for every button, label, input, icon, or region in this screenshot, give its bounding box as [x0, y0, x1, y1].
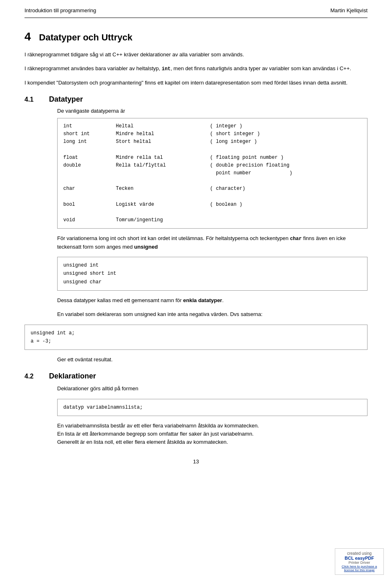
section-41-title: Datatyper	[49, 95, 83, 104]
chapter-heading: Datatyper och Uttryck	[39, 32, 133, 43]
table-cell-desc: Rella tal/flyttal	[116, 162, 210, 169]
intro2-text: I räkneprogrammet användes bara variable…	[24, 65, 351, 71]
table-cell-eng: ( floating point number )	[210, 154, 361, 162]
table-row: double Rella tal/flyttal ( double precis…	[63, 162, 361, 169]
chapter-intro3: I kompendiet "Datorsystem och programhan…	[24, 79, 368, 87]
table-row: int Heltal ( integer )	[63, 122, 361, 130]
table-row-spacer	[63, 193, 361, 201]
section41-text4: Ger ett oväntat resultat.	[57, 356, 368, 364]
section42-text3-content: En lista är ett återkommande begrepp som…	[57, 431, 254, 437]
text4-content: Ger ett oväntat resultat.	[57, 356, 113, 363]
table-row: float Mindre rella tal ( floating point …	[63, 154, 361, 162]
intro2-rest: , men det finns naturligtvis andra typer…	[171, 65, 351, 71]
table-cell-desc: Heltal	[116, 122, 210, 130]
section42-text1: Deklarationer görs alltid på formen	[57, 385, 368, 393]
enkla-bold: enkla datatyper	[183, 297, 222, 303]
section42-text4-content: Generellt är en lista noll, ett eller fl…	[57, 439, 228, 445]
table-cell-type: int	[63, 122, 116, 130]
table-row: void Tomrum/ingenting	[63, 216, 361, 224]
section41-text1: För variationerna long int och short int…	[57, 234, 368, 251]
section-42-header: 4.2 Deklarationer	[24, 372, 368, 381]
section-41-number: 4.1	[24, 96, 41, 103]
table-row: char Tecken ( character)	[63, 185, 361, 193]
table-row: short int Mindre heltal ( short integer …	[63, 130, 361, 138]
chapter-intro1: I räkneprogrammet tidigare såg vi att C+…	[24, 51, 368, 59]
table-cell-type: char	[63, 185, 116, 193]
table-cell-desc: Logiskt värde	[116, 201, 210, 209]
table-cell-type: long int	[63, 138, 116, 146]
footer-sub: Printer Driver	[338, 561, 381, 565]
footer-logo-box: created using BCL easyPDF Printer Driver…	[335, 548, 384, 575]
table-cell-desc: Tecken	[116, 185, 210, 193]
section-41-header: 4.1 Datatyper	[24, 95, 368, 104]
chapter-intro2: I räkneprogrammet användes bara variable…	[24, 65, 368, 73]
table-cell-eng: ( short integer )	[210, 130, 361, 138]
table-cell-type: double	[63, 162, 116, 169]
table-cell-eng: point number )	[210, 169, 361, 177]
table-cell-desc: Mindre heltal	[116, 130, 210, 138]
section-41-subtitle: De vanligaste datatyperna är	[57, 108, 368, 114]
text1-content: För variationerna long int och short int…	[57, 235, 346, 250]
table-cell-eng: ( long integer )	[210, 138, 361, 146]
section-42-number: 4.2	[24, 373, 41, 380]
page: Introduktion till programmering Martin K…	[0, 0, 392, 583]
text3-content: En variabel som deklareras som unsigned …	[57, 311, 263, 317]
unsigned-bold: unsigned	[134, 244, 158, 250]
table-row: long int Stort heltal ( long integer )	[63, 138, 361, 146]
table-cell-type	[63, 169, 116, 177]
table-cell-type: short int	[63, 130, 116, 138]
unsigned-example-block: unsigned int a; a = -3;	[24, 325, 368, 350]
section41-text2: Dessa datatyper kallas med ett gemensamt…	[57, 296, 368, 305]
datatype-table: int Heltal ( integer ) short int Mindre …	[57, 118, 368, 229]
footer-product: BCL easyPDF	[338, 556, 381, 561]
table-row: point number )	[63, 169, 361, 177]
table-cell-eng: ( integer )	[210, 122, 361, 130]
table-cell-eng: ( double precision floating	[210, 162, 361, 169]
footer-click-link[interactable]: Click here to purchase a license for thi…	[338, 565, 381, 572]
table-cell-eng: ( character)	[210, 185, 361, 193]
table-row: bool Logiskt värde ( boolean )	[63, 201, 361, 209]
table-cell-eng	[210, 216, 361, 224]
footer-logo: created using BCL easyPDF Printer Driver…	[335, 548, 384, 575]
table-cell-type: float	[63, 154, 116, 162]
intro2-bold: int	[162, 66, 171, 72]
table-row-spacer	[63, 209, 361, 216]
chapter-number: 4	[24, 30, 31, 43]
table-cell-type: void	[63, 216, 116, 224]
header-title-right: Martin Kjellqvist	[330, 7, 368, 13]
section42-text2: En variabelnamnslista består av ett elle…	[57, 422, 368, 446]
table-cell-type: bool	[63, 201, 116, 209]
form-code-block: datatyp variabelnamnslista;	[57, 399, 368, 416]
footer-created: created using	[338, 551, 381, 556]
table-cell-desc: Stort heltal	[116, 138, 210, 146]
table-cell-eng: ( boolean )	[210, 201, 361, 209]
page-number: 13	[24, 458, 368, 465]
intro3-text: I kompendiet "Datorsystem och programhan…	[24, 80, 347, 86]
chapter-title: 4 Datatyper och Uttryck	[24, 30, 368, 43]
table-cell-desc: Tomrum/ingenting	[116, 216, 210, 224]
section42-text1-content: Deklarationer görs alltid på formen	[57, 385, 138, 392]
table-row-spacer	[63, 146, 361, 154]
page-header: Introduktion till programmering Martin K…	[24, 0, 368, 18]
text2-content: Dessa datatyper kallas med ett gemensamt…	[57, 297, 224, 303]
table-cell-desc	[116, 169, 210, 177]
intro1-text: I räkneprogrammet tidigare såg vi att C+…	[24, 51, 244, 58]
table-row-spacer	[63, 177, 361, 185]
section-42-title: Deklarationer	[49, 372, 96, 381]
table-cell-desc: Mindre rella tal	[116, 154, 210, 162]
unsigned-code-block: unsigned int unsigned short int unsigned…	[57, 257, 368, 291]
section41-text3: En variabel som deklareras som unsigned …	[57, 310, 368, 318]
header-title-left: Introduktion till programmering	[24, 7, 96, 13]
char-code: char	[290, 236, 302, 242]
datatype-table-inner: int Heltal ( integer ) short int Mindre …	[63, 122, 361, 224]
section42-text2-content: En variabelnamnslista består av ett elle…	[57, 423, 259, 429]
